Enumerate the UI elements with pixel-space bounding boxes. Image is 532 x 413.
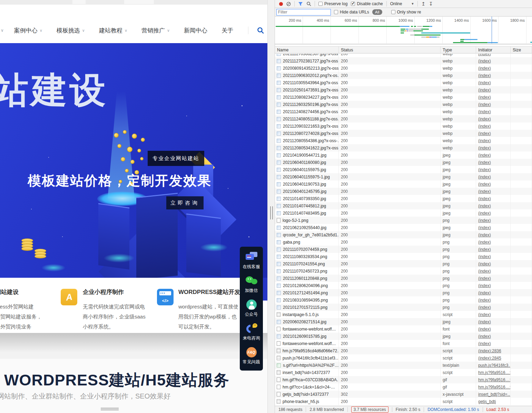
initiator-link[interactable]: hm.js?9fa9516…:… <box>478 377 510 382</box>
table-row[interactable]: 2021060401245795.jpg200jpeg(index) <box>275 188 532 195</box>
table-row[interactable]: 2021012609015785.jpg200jpeg(index) <box>275 333 532 340</box>
table-row[interactable]: 2021120903221653.jpg?x-oss…200webp(index… <box>275 122 532 130</box>
feature-card[interactable]: WORDPRESS建站开发wordpress建站，可直接使用我们开发的wp模板，… <box>178 288 240 332</box>
initiator-link[interactable]: getjs_bdtj <box>478 399 496 404</box>
table-row[interactable]: insert_bdtj?sid=14372377200scripthm.js?9… <box>275 369 532 376</box>
table-row[interactable]: 2021112408274456.jpg?x-oss…200webp(index… <box>275 108 532 115</box>
table-row[interactable]: 202111070241554.png200png(index) <box>275 260 532 267</box>
column-header-type[interactable]: Type <box>441 47 476 53</box>
initiator-link[interactable]: (index) <box>478 124 491 129</box>
table-row[interactable]: 2021101407445812.jpg200jpeg(index) <box>275 202 532 209</box>
nav-item-建站教程[interactable]: 建站教程∨ <box>99 27 127 35</box>
column-header-initiator[interactable]: Initiator <box>476 47 511 53</box>
table-row[interactable]: 2021101407483495.jpg200jpeg(index) <box>275 209 532 217</box>
nav-item-新闻中心[interactable]: 新闻中心 <box>184 27 207 35</box>
table-row[interactable]: instantpage-5.1.0.js200script(index) <box>275 311 532 318</box>
initiator-link[interactable]: (index) <box>478 254 491 259</box>
initiator-link[interactable]: (index) <box>478 95 491 100</box>
initiator-link[interactable]: (index) <box>478 146 491 150</box>
initiator-link[interactable]: (index) <box>478 109 491 114</box>
table-row[interactable]: 2021062109255440.jpg200jpeg(index) <box>275 224 532 231</box>
table-row[interactable]: hm.js?9fa9516cd4d6d066e72…200script(inde… <box>275 347 532 354</box>
float-item-official[interactable]: 公众号 <box>240 296 263 320</box>
devtools-splitter[interactable] <box>267 0 275 413</box>
filter-input[interactable] <box>276 9 331 16</box>
nav-item-营销推广[interactable]: 营销推广∨ <box>141 27 170 35</box>
table-row[interactable]: 2021060401155975.jpg200jpeg(index) <box>275 166 532 173</box>
table-row[interactable]: 2020060208271514.jpg200jpeg(index) <box>275 318 532 325</box>
table-row[interactable]: 2021110906302012.png?x-os…200webp(index) <box>275 72 532 79</box>
initiator-link[interactable]: (index) <box>478 247 491 252</box>
initiator-link[interactable]: (index) <box>478 66 491 71</box>
table-row[interactable]: logo-SJ-1.png200png(index) <box>275 217 532 224</box>
disable-cache-checkbox[interactable]: Disable cache <box>351 1 383 6</box>
initiator-link[interactable]: (index) <box>478 312 491 317</box>
table-row[interactable]: hm.gif?cc=1&ck=1&cl=24-…200gifhm.js?9fa9… <box>275 383 532 391</box>
initiator-link[interactable]: (index) <box>478 80 491 85</box>
initiator-link[interactable]: insert_bdtj?sid=… <box>478 392 510 397</box>
table-row[interactable]: 2021112702381727.jpg?x-oss…200webp(index… <box>275 57 532 65</box>
initiator-link[interactable]: (index) <box>478 211 491 216</box>
initiator-link[interactable]: (index) <box>478 138 491 143</box>
search-button[interactable] <box>257 27 264 34</box>
table-row[interactable]: 2021041900544721.jpg200jpeg(index) <box>275 151 532 159</box>
float-item-phone[interactable]: 来电咨询 <box>240 320 263 344</box>
preserve-log-checkbox[interactable]: Preserve log <box>318 1 347 6</box>
export-har-button[interactable]: ↧ <box>429 1 433 7</box>
table-row[interactable]: 2021112408051188.jpg?x-oss…200webp(index… <box>275 115 532 122</box>
table-row[interactable]: 2021102501473591.jpg?x-oss…200webp(index… <box>275 86 532 94</box>
hide-data-urls-checkbox[interactable]: Hide data URLs <box>334 10 369 14</box>
record-button[interactable] <box>279 2 283 6</box>
table-row[interactable]: 2021012701572115.png200png(index) <box>275 304 532 311</box>
table-row[interactable]: 2021110803283534.png200png(index) <box>275 253 532 260</box>
table-row[interactable]: 2021120601120848.png200png(index) <box>275 275 532 282</box>
initiator-link[interactable]: (index) <box>478 291 491 295</box>
table-row[interactable]: 2021060401160080.jpg200jpeg(index) <box>275 159 532 166</box>
table-row[interactable]: getjs_bdtj?sid=14372377302x-javascriptin… <box>275 391 532 398</box>
initiator-link[interactable]: (index):2836 <box>478 348 501 353</box>
table-row[interactable]: phone-tracker_h5.js200scriptgetjs_bdtj <box>275 398 532 405</box>
table-row[interactable]: 2021120805341622.jpg?x-oss…200webp(index… <box>275 144 532 151</box>
table-row[interactable]: 202112080554386.jpg?x-oss-…200webp(index… <box>275 137 532 144</box>
initiator-link[interactable]: (index) <box>478 160 491 165</box>
table-row[interactable]: 2021083108594395.png200png(index) <box>275 296 532 304</box>
column-header-name[interactable]: Name <box>275 47 339 53</box>
initiator-link[interactable]: (index) <box>478 341 491 346</box>
nav-item-案例中心[interactable]: 案例中心∨ <box>14 27 42 35</box>
initiator-link[interactable]: (index) <box>478 153 491 158</box>
feature-card[interactable]: 企业小程序制作无需代码快速完成官网或电商小程序制作，企业级saas小程序系统。 <box>83 288 146 332</box>
column-header-size[interactable]: Size <box>511 47 532 53</box>
initiator-link[interactable]: (index) <box>478 189 491 194</box>
float-item-faq[interactable]: FAQ常见问题 <box>240 344 263 368</box>
table-row[interactable]: s.gif?url=https%3A%2F%2F…200text/plainpu… <box>275 362 532 369</box>
hero-cta-button[interactable]: 立即咨询 <box>166 196 204 209</box>
table-row[interactable]: 2021112703662567.jpg?x-oss…200webp(index… <box>275 54 532 57</box>
table-row[interactable]: 2021012806204096.png200png(index) <box>275 282 532 289</box>
clear-button[interactable] <box>286 2 291 6</box>
table-row[interactable]: 2021101407393350.jpg200jpeg(index) <box>275 195 532 202</box>
initiator-link[interactable]: (index) <box>478 327 491 332</box>
table-row[interactable]: fontawesome-webfont.woff…200font(index) <box>275 340 532 347</box>
float-item-wechat[interactable]: 加微信 <box>240 273 263 296</box>
initiator-link[interactable]: (index) <box>478 204 491 208</box>
network-overview-timeline[interactable]: 200 ms400 ms600 ms800 ms1000 ms1200 ms14… <box>275 17 532 45</box>
table-row[interactable]: gaba.png200png(index) <box>275 238 532 246</box>
table-row[interactable]: 2021110702450723.png200png(index) <box>275 267 532 275</box>
feature-card[interactable]: 网站建设press外贸网站建外贸网站建设服务，启外贸跨境业务 <box>0 288 42 332</box>
initiator-link[interactable]: (index) <box>478 233 491 237</box>
initiator-link[interactable]: (index) <box>478 319 491 324</box>
table-row[interactable]: 2021012712451494.png200png(index) <box>275 289 532 296</box>
initiator-link[interactable]: (index) <box>478 196 491 201</box>
table-row[interactable]: 2021120807274028.jpg?x-oss…200webp(index… <box>275 130 532 137</box>
initiator-link[interactable]: (index) <box>478 59 491 63</box>
initiator-link[interactable]: (index) <box>478 283 491 288</box>
initiator-link[interactable]: (index) <box>478 305 491 310</box>
only-show-checkbox[interactable]: Only show re <box>391 10 421 14</box>
initiator-link[interactable]: (index) <box>478 131 491 136</box>
initiator-link[interactable]: (index) <box>478 88 491 92</box>
float-item-chat[interactable]: 在线客服 <box>240 249 263 273</box>
search-requests-button[interactable] <box>306 1 311 6</box>
table-row[interactable]: 2021120808234227.jpg?x-oss…200webp(index… <box>275 94 532 101</box>
initiator-link[interactable]: (index):2845 <box>478 356 501 361</box>
initiator-link[interactable]: hm.js?9fa9516…:… <box>478 385 510 390</box>
